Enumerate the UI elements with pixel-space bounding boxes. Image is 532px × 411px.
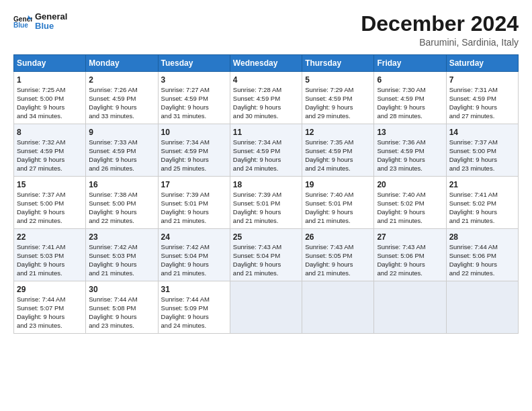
day-info-line: Sunrise: 7:30 AM bbox=[377, 86, 443, 95]
calendar-cell: 8Sunrise: 7:32 AMSunset: 4:59 PMDaylight… bbox=[14, 124, 86, 177]
day-info-line: and 24 minutes. bbox=[305, 165, 371, 173]
calendar-week-row: 1Sunrise: 7:25 AMSunset: 5:00 PMDaylight… bbox=[14, 72, 519, 124]
day-info-line: Sunset: 4:59 PM bbox=[161, 147, 227, 156]
day-info-line: Daylight: 9 hours bbox=[233, 208, 299, 217]
day-info-line: Daylight: 9 hours bbox=[89, 156, 154, 165]
calendar-cell: 6Sunrise: 7:30 AMSunset: 4:59 PMDaylight… bbox=[374, 72, 446, 124]
day-info-line: and 22 minutes. bbox=[17, 217, 83, 226]
calendar-cell: 4Sunrise: 7:28 AMSunset: 4:59 PMDaylight… bbox=[230, 72, 302, 124]
calendar-table: Sunday Monday Tuesday Wednesday Thursday… bbox=[13, 54, 519, 334]
day-info-line: Daylight: 9 hours bbox=[305, 156, 371, 165]
day-info-line: Daylight: 9 hours bbox=[377, 261, 443, 269]
calendar-cell: 16Sunrise: 7:38 AMSunset: 5:00 PMDayligh… bbox=[86, 177, 158, 229]
calendar-cell bbox=[374, 281, 446, 334]
day-info-line: and 21 minutes. bbox=[233, 269, 299, 278]
day-info-line: Sunrise: 7:40 AM bbox=[377, 191, 443, 199]
svg-text:Blue: Blue bbox=[13, 22, 28, 30]
calendar-cell: 18Sunrise: 7:39 AMSunset: 5:01 PMDayligh… bbox=[230, 177, 302, 229]
day-info-line: Daylight: 9 hours bbox=[233, 103, 299, 112]
calendar-cell: 28Sunrise: 7:44 AMSunset: 5:06 PMDayligh… bbox=[446, 229, 518, 281]
day-info-line: Daylight: 9 hours bbox=[449, 156, 515, 165]
day-info-line: and 21 minutes. bbox=[305, 269, 371, 278]
day-number: 23 bbox=[89, 232, 154, 242]
header-tuesday: Tuesday bbox=[158, 55, 230, 72]
day-number: 13 bbox=[377, 127, 443, 138]
day-info-line: Daylight: 9 hours bbox=[17, 103, 83, 112]
calendar-cell: 20Sunrise: 7:40 AMSunset: 5:02 PMDayligh… bbox=[374, 177, 446, 229]
day-info-line: and 21 minutes. bbox=[449, 217, 515, 226]
day-info-line: Sunrise: 7:43 AM bbox=[305, 243, 371, 252]
header-thursday: Thursday bbox=[302, 55, 374, 72]
day-info-line: Sunrise: 7:44 AM bbox=[449, 243, 515, 252]
day-info-line: and 31 minutes. bbox=[161, 112, 227, 121]
calendar-cell: 25Sunrise: 7:43 AMSunset: 5:04 PMDayligh… bbox=[230, 229, 302, 281]
day-number: 12 bbox=[305, 127, 371, 138]
day-info-line: and 26 minutes. bbox=[89, 165, 154, 173]
day-info-line: Sunset: 5:00 PM bbox=[17, 95, 83, 103]
day-info-line: and 22 minutes. bbox=[377, 269, 443, 278]
day-info-line: Sunrise: 7:41 AM bbox=[449, 191, 515, 199]
calendar-cell: 15Sunrise: 7:37 AMSunset: 5:00 PMDayligh… bbox=[14, 177, 86, 229]
day-number: 14 bbox=[449, 127, 515, 138]
day-info-line: and 21 minutes. bbox=[161, 269, 227, 278]
day-info-line: and 27 minutes. bbox=[17, 165, 83, 173]
day-info-line: Daylight: 9 hours bbox=[377, 208, 443, 217]
day-info-line: Sunrise: 7:39 AM bbox=[233, 191, 299, 199]
day-info-line: Daylight: 9 hours bbox=[449, 261, 515, 269]
day-number: 5 bbox=[305, 75, 371, 85]
day-info-line: Daylight: 9 hours bbox=[161, 313, 227, 322]
day-info-line: Daylight: 9 hours bbox=[233, 261, 299, 269]
day-info-line: Sunrise: 7:41 AM bbox=[17, 243, 83, 252]
day-info-line: and 21 minutes. bbox=[305, 217, 371, 226]
day-number: 1 bbox=[17, 75, 83, 85]
header: General Blue General Blue December 2024 … bbox=[13, 12, 519, 48]
day-info-line: Daylight: 9 hours bbox=[17, 313, 83, 322]
calendar-week-row: 15Sunrise: 7:37 AMSunset: 5:00 PMDayligh… bbox=[14, 177, 519, 229]
day-info-line: Sunset: 4:59 PM bbox=[377, 147, 443, 156]
day-info-line: Sunrise: 7:28 AM bbox=[233, 86, 299, 95]
day-info-line: Sunrise: 7:32 AM bbox=[17, 138, 83, 147]
day-number: 30 bbox=[89, 284, 154, 295]
day-info-line: Sunrise: 7:35 AM bbox=[305, 138, 371, 147]
day-info-line: Sunrise: 7:44 AM bbox=[161, 295, 227, 304]
day-info-line: and 27 minutes. bbox=[449, 112, 515, 121]
day-info-line: Sunset: 5:01 PM bbox=[161, 199, 227, 208]
day-info-line: Sunset: 5:00 PM bbox=[17, 199, 83, 208]
day-info-line: Daylight: 9 hours bbox=[161, 156, 227, 165]
day-info-line: Sunset: 5:01 PM bbox=[233, 199, 299, 208]
calendar-cell: 26Sunrise: 7:43 AMSunset: 5:05 PMDayligh… bbox=[302, 229, 374, 281]
calendar-cell: 21Sunrise: 7:41 AMSunset: 5:02 PMDayligh… bbox=[446, 177, 518, 229]
day-info-line: and 21 minutes. bbox=[17, 269, 83, 278]
day-info-line: Sunset: 4:59 PM bbox=[449, 95, 515, 103]
day-number: 8 bbox=[17, 127, 83, 138]
day-info-line: Sunset: 4:59 PM bbox=[161, 95, 227, 103]
day-info-line: Daylight: 9 hours bbox=[89, 313, 154, 322]
calendar-cell: 1Sunrise: 7:25 AMSunset: 5:00 PMDaylight… bbox=[14, 72, 86, 124]
day-info-line: Sunset: 5:01 PM bbox=[305, 199, 371, 208]
day-info-line: and 29 minutes. bbox=[305, 112, 371, 121]
header-wednesday: Wednesday bbox=[230, 55, 302, 72]
day-info-line: and 24 minutes. bbox=[161, 322, 227, 330]
day-number: 27 bbox=[377, 232, 443, 242]
calendar-cell: 11Sunrise: 7:34 AMSunset: 4:59 PMDayligh… bbox=[230, 124, 302, 177]
calendar-cell: 19Sunrise: 7:40 AMSunset: 5:01 PMDayligh… bbox=[302, 177, 374, 229]
day-info-line: Daylight: 9 hours bbox=[17, 261, 83, 269]
day-info-line: Sunrise: 7:25 AM bbox=[17, 86, 83, 95]
day-number: 16 bbox=[89, 179, 154, 190]
day-info-line: Sunset: 4:59 PM bbox=[89, 147, 154, 156]
day-info-line: and 30 minutes. bbox=[233, 112, 299, 121]
calendar-cell: 27Sunrise: 7:43 AMSunset: 5:06 PMDayligh… bbox=[374, 229, 446, 281]
day-info-line: Sunrise: 7:44 AM bbox=[17, 295, 83, 304]
calendar-cell: 5Sunrise: 7:29 AMSunset: 4:59 PMDaylight… bbox=[302, 72, 374, 124]
day-number: 31 bbox=[161, 284, 227, 295]
day-info-line: Sunset: 4:59 PM bbox=[233, 147, 299, 156]
calendar-cell bbox=[302, 281, 374, 334]
day-info-line: Sunrise: 7:34 AM bbox=[161, 138, 227, 147]
day-number: 20 bbox=[377, 179, 443, 190]
day-info-line: Sunrise: 7:37 AM bbox=[17, 191, 83, 199]
day-info-line: Sunset: 5:05 PM bbox=[305, 252, 371, 261]
day-number: 6 bbox=[377, 75, 443, 85]
calendar-cell: 24Sunrise: 7:42 AMSunset: 5:04 PMDayligh… bbox=[158, 229, 230, 281]
day-info-line: Sunset: 5:04 PM bbox=[161, 252, 227, 261]
day-info-line: Daylight: 9 hours bbox=[17, 156, 83, 165]
